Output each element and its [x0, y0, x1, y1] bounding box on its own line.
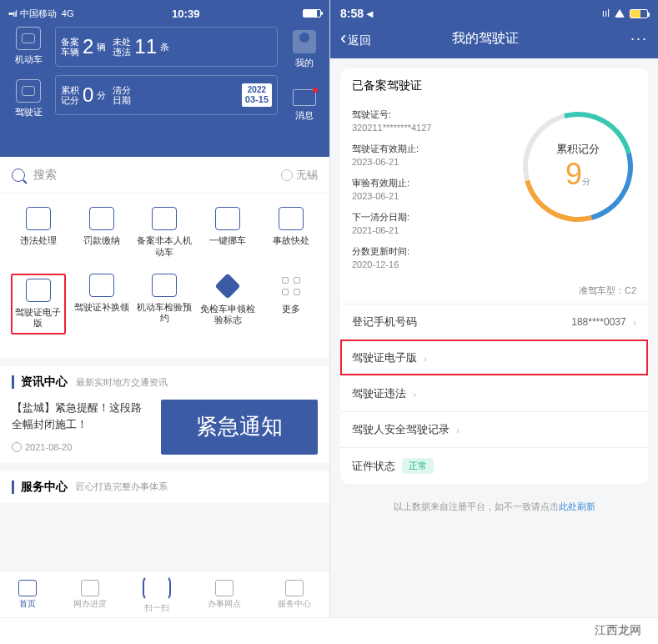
receipt-icon — [89, 207, 114, 230]
license-number: 320211********4127 — [352, 123, 520, 133]
tab-locations[interactable]: 办事网点 — [208, 580, 241, 610]
document-icon — [152, 207, 177, 230]
city-selector[interactable]: 无锡 — [281, 168, 318, 183]
points-dial: 累积记分 9分 — [520, 108, 636, 225]
tile-more[interactable]: 更多 — [264, 274, 319, 335]
location-icon — [215, 580, 234, 596]
dial-arc — [503, 92, 648, 242]
license-icon — [16, 79, 41, 103]
nav-license-label: 驾驶证 — [15, 107, 43, 117]
envelope-icon — [293, 89, 316, 106]
cell-status: 证件状态正常 — [340, 447, 648, 484]
cell-violation[interactable]: 驾驶证违法› — [340, 375, 648, 411]
search-bar[interactable]: 搜索 无锡 — [0, 157, 329, 194]
cell-phone[interactable]: 登记手机号码188****0037› — [340, 304, 648, 340]
footer-note: 以上数据来自注册平台，如不一致请点击此处刷新 — [340, 501, 648, 513]
nav-mine[interactable]: 我的 — [284, 30, 324, 69]
service-title: 服务中心 — [21, 480, 68, 495]
home-screen: ••ııl 中国移动 4G 10:39 机动车 驾驶证 备案车辆 2辆 未处违法… — [0, 0, 330, 617]
status-bar: ••ııl 中国移动 4G 10:39 — [8, 5, 321, 22]
nav-license[interactable]: 驾驶证 — [8, 79, 48, 118]
news-date: 2021-08-20 — [12, 440, 153, 455]
news-section[interactable]: 资讯中心最新实时地方交通资讯 【盐城】紧急提醒！这段路全幅封闭施工！ 2021-… — [0, 366, 329, 463]
tile-inspection[interactable]: 机动车检验预约 — [137, 274, 192, 335]
service-icon — [285, 580, 304, 596]
accent-bar — [12, 375, 14, 389]
signal-icon: ııl — [602, 8, 610, 19]
tile-violation[interactable]: 违法处理 — [11, 207, 66, 259]
clock: 8:58 ◂ — [340, 7, 373, 20]
news-item[interactable]: 【盐城】紧急提醒！这段路全幅封闭施工！ 2021-08-20 — [12, 400, 153, 455]
header: 8:58 ◂ ııl 返回 我的驾驶证 ··· — [330, 0, 658, 58]
service-subtitle: 匠心打造完整办事体系 — [76, 480, 168, 493]
news-subtitle: 最新实时地方交通资讯 — [76, 376, 168, 389]
clock: 10:39 — [73, 8, 298, 20]
profile-icon — [293, 30, 316, 53]
tab-home[interactable]: 首页 — [18, 580, 37, 610]
news-title: 资讯中心 — [21, 375, 68, 390]
home-icon — [18, 580, 37, 596]
network-label: 4G — [62, 8, 74, 18]
next-reset: 2021-06-21 — [352, 225, 520, 235]
license-detail-screen: 8:58 ◂ ııl 返回 我的驾驶证 ··· 已备案驾驶证 驾驶证号:3202… — [330, 0, 658, 617]
service-grid: 违法处理 罚款缴纳 备案非本人机动车 一键挪车 事故快处 驾驶证电子版 驾驶证补… — [0, 194, 329, 358]
page-title: 我的驾驶证 — [340, 30, 630, 48]
accident-icon — [279, 207, 304, 230]
search-icon — [12, 169, 25, 182]
points-value: 0 — [83, 83, 93, 107]
phone-value: 188****0037 — [571, 316, 625, 328]
vehicle-card[interactable]: 备案车辆 2辆 未处违法 11条 — [55, 27, 278, 67]
progress-icon — [81, 580, 99, 596]
diamond-icon — [215, 273, 241, 299]
tab-progress[interactable]: 网办进度 — [73, 580, 107, 610]
nav-vehicle[interactable]: 机动车 — [8, 27, 48, 66]
points-card[interactable]: 累积记分 0分 清分日期 202203-15 — [55, 75, 278, 115]
refresh-link[interactable]: 此处刷新 — [559, 501, 595, 511]
tile-accident[interactable]: 事故快处 — [264, 207, 319, 259]
news-banner[interactable]: 紧急通知 — [161, 400, 318, 455]
card-heading: 已备案驾驶证 — [340, 68, 648, 103]
header: ••ııl 中国移动 4G 10:39 机动车 驾驶证 备案车辆 2辆 未处违法… — [0, 0, 329, 157]
verify-until: 2023-06-21 — [352, 191, 520, 201]
reset-date: 202203-15 — [242, 83, 272, 106]
tile-move-car[interactable]: 一键挪车 — [200, 207, 255, 259]
tab-scan[interactable]: 扫一扫 — [143, 576, 171, 614]
scan-icon — [143, 576, 171, 601]
battery-icon — [630, 9, 648, 18]
vehicle-count: 2 — [83, 35, 93, 58]
more-icon — [282, 277, 300, 295]
tile-register-vehicle[interactable]: 备案非本人机动车 — [137, 207, 192, 259]
tow-icon — [215, 207, 240, 230]
nav-vehicle-label: 机动车 — [15, 54, 43, 64]
badge-icon — [152, 274, 177, 297]
tab-service[interactable]: 服务中心 — [278, 580, 311, 610]
status-badge: 正常 — [402, 458, 434, 474]
chevron-right-icon: › — [413, 388, 416, 400]
tile-fine[interactable]: 罚款缴纳 — [74, 207, 129, 259]
accent-bar — [12, 480, 14, 494]
tile-e-license[interactable]: 驾驶证电子版 — [11, 274, 66, 335]
chevron-right-icon: › — [424, 352, 427, 365]
news-text: 【盐城】紧急提醒！这段路全幅封闭施工！ — [12, 400, 153, 432]
tile-exempt[interactable]: 免检车申领检验标志 — [200, 274, 255, 335]
wifi-icon — [615, 9, 625, 18]
more-button[interactable]: ··· — [630, 30, 648, 48]
tile-replace-license[interactable]: 驾驶证补换领 — [74, 274, 129, 335]
car-icon — [16, 27, 41, 50]
card-icon — [89, 274, 114, 297]
license-card: 已备案驾驶证 驾驶证号:320211********4127 驾驶证有效期止:2… — [340, 68, 648, 484]
id-card-icon — [26, 279, 51, 302]
nav-message[interactable]: 消息 — [284, 89, 324, 122]
chevron-right-icon: › — [633, 316, 636, 329]
status-bar: 8:58 ◂ ııl — [340, 5, 648, 22]
violation-count: 11 — [134, 35, 157, 58]
cell-e-license[interactable]: 驾驶证电子版› — [340, 340, 648, 375]
signal-icon: ••ııl — [8, 9, 17, 18]
service-section[interactable]: 服务中心匠心打造完整办事体系 — [0, 471, 329, 503]
battery-icon — [303, 9, 321, 18]
nav-mine-label: 我的 — [295, 58, 314, 68]
search-placeholder: 搜索 — [33, 168, 281, 183]
cell-record[interactable]: 驾驶人安全驾驶记录› — [340, 411, 648, 447]
vehicle-class: 准驾车型：C2 — [340, 284, 648, 304]
valid-until: 2023-06-21 — [352, 157, 520, 167]
